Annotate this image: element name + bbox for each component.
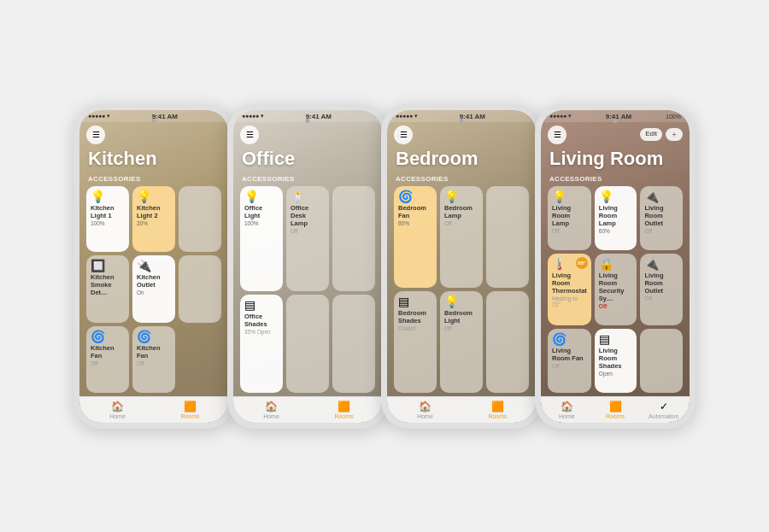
tile-icon: 🔌 xyxy=(644,190,678,202)
tab-icon: ✓ xyxy=(660,400,668,412)
tile-icon: 💡 xyxy=(444,190,478,202)
accessory-tile xyxy=(332,186,375,291)
home-button[interactable] xyxy=(142,426,166,429)
tab-home[interactable]: 🏠 Home xyxy=(235,400,308,419)
accessory-tile[interactable]: 🌀 Kitchen Fan Off xyxy=(86,326,129,393)
tab-label: Rooms xyxy=(334,413,353,419)
edit-button[interactable]: Edit xyxy=(640,128,662,141)
accessory-tile[interactable]: 🔒 Living Room Security Sy… Off xyxy=(595,254,637,325)
tile-name: Bedroom Fan xyxy=(398,204,432,219)
tile-name: Kitchen Outlet xyxy=(137,273,171,289)
tile-status: 35% Open xyxy=(244,329,279,335)
accessory-tile[interactable]: 🔲 Kitchen Smoke Det… xyxy=(86,255,129,323)
accessory-tile[interactable]: 🌀 Living Room Fan Off xyxy=(548,329,591,393)
status-battery: 100% xyxy=(666,114,681,120)
tile-name: Bedroom Lamp xyxy=(444,204,478,219)
tile-status: Off xyxy=(444,220,478,226)
phones-container: ●●●●● ▾ 9:41 AM ☰ KitchenAccessories 💡 K… xyxy=(60,96,709,437)
tab-rooms[interactable]: 🟧 Rooms xyxy=(461,400,534,419)
tile-icon: 🔌 xyxy=(644,258,678,270)
accessory-tile[interactable]: 💡 Kitchen Light 1 100% xyxy=(86,186,129,253)
accessories-grid: 🌀 Bedroom Fan 60% 💡 Bedroom Lamp Off ▤ B… xyxy=(387,184,536,396)
room-nav: ☰ xyxy=(79,122,228,146)
accessory-tile[interactable]: 🌀 Bedroom Fan 60% xyxy=(394,186,437,288)
home-button[interactable] xyxy=(449,426,473,429)
menu-icon[interactable]: ☰ xyxy=(548,126,566,144)
accessories-grid: 💡 Living Room Lamp Off 💡 Living Room Lam… xyxy=(541,184,690,396)
accessory-tile[interactable]: 💡 Bedroom Light Off xyxy=(440,291,483,393)
room-nav: ☰ xyxy=(233,122,382,146)
status-signal: ●●●●● ▾ xyxy=(396,113,418,120)
tile-icon: 🔒 xyxy=(599,258,633,270)
menu-icon[interactable]: ☰ xyxy=(240,126,259,144)
accessory-tile[interactable]: 💡 Living Room Lamp 60% xyxy=(595,186,637,250)
tab-automation[interactable]: ✓ Automation xyxy=(639,400,688,419)
room-nav: ☰ xyxy=(387,122,536,146)
accessory-tile[interactable]: 🔌 Kitchen Outlet On xyxy=(132,255,175,323)
accessory-tile[interactable]: 68° 🌡️ Living Room Thermostat Heating to… xyxy=(548,254,591,325)
tab-home[interactable]: 🏠 Home xyxy=(81,400,154,419)
tile-status: Off xyxy=(644,295,678,301)
tile-icon: 💡 xyxy=(91,190,125,202)
tile-status: Off xyxy=(552,363,587,369)
tile-status: Off xyxy=(291,228,325,234)
accessories-label: Accessories xyxy=(79,173,228,184)
accessory-tile[interactable]: 🕯️ Office Desk Lamp Off xyxy=(286,186,329,291)
tile-name: Living Room Shades xyxy=(599,347,633,370)
tab-label: Home xyxy=(417,413,433,419)
accessories-grid: 💡 Office Light 100% 🕯️ Office Desk Lamp … xyxy=(233,184,382,396)
tile-name: Living Room Lamp xyxy=(599,204,633,227)
tile-name: Bedroom Light xyxy=(444,309,478,324)
tile-name: Living Room Lamp xyxy=(552,204,587,227)
accessory-tile[interactable]: 🔌 Living Room Outlet Off xyxy=(640,186,683,250)
home-button-area xyxy=(233,423,382,429)
tile-name: Kitchen Smoke Det… xyxy=(91,273,125,296)
tile-name: Living Room Security Sy… xyxy=(599,272,633,302)
tab-rooms[interactable]: 🟧 Rooms xyxy=(591,400,640,419)
accessory-tile[interactable]: 🌀 Kitchen Fan Off xyxy=(132,326,175,393)
accessory-tile[interactable]: ▤ Bedroom Shades Closed xyxy=(394,291,437,393)
tile-icon: 🌀 xyxy=(91,330,125,342)
tile-status: On xyxy=(137,289,171,295)
home-button[interactable] xyxy=(603,426,627,429)
tab-bar: 🏠 Home 🟧 Rooms xyxy=(387,396,536,423)
thermo-badge: 68° xyxy=(576,257,588,269)
tile-name: Living Room Fan xyxy=(552,347,587,362)
tab-icon: 🟧 xyxy=(338,400,350,412)
tab-bar: 🏠 Home 🟧 Rooms xyxy=(233,396,382,423)
tile-status: Off xyxy=(137,360,171,366)
tab-label: Rooms xyxy=(606,413,625,419)
tile-status: Off xyxy=(599,303,633,309)
tab-label: Rooms xyxy=(180,413,199,419)
tab-home[interactable]: 🏠 Home xyxy=(543,400,591,419)
accessory-tile[interactable]: 💡 Office Light 100% xyxy=(240,186,283,291)
tile-icon: 🔲 xyxy=(91,260,125,272)
accessory-tile[interactable]: ▤ Living Room Shades Open xyxy=(595,329,637,393)
accessory-tile[interactable]: 🔌 Living Room Outlet Off xyxy=(640,254,683,325)
tile-name: Kitchen Light 1 xyxy=(91,204,125,219)
accessory-tile[interactable]: ▤ Office Shades 35% Open xyxy=(240,295,283,393)
tab-home[interactable]: 🏠 Home xyxy=(389,400,461,419)
room-title: Kitchen xyxy=(79,146,228,173)
accessory-tile xyxy=(486,291,529,393)
tile-icon: 🔌 xyxy=(137,260,171,272)
tile-icon: 🌀 xyxy=(137,330,171,342)
menu-icon[interactable]: ☰ xyxy=(86,126,105,144)
camera-dot xyxy=(613,119,618,123)
accessory-tile[interactable]: 💡 Kitchen Light 2 20% xyxy=(132,186,175,253)
tab-rooms[interactable]: 🟧 Rooms xyxy=(154,400,226,419)
tile-status: Off xyxy=(91,360,125,366)
tab-label: Rooms xyxy=(488,413,507,419)
camera-dot xyxy=(460,119,464,123)
accessory-tile[interactable]: 💡 Living Room Lamp Off xyxy=(548,186,591,250)
tab-rooms[interactable]: 🟧 Rooms xyxy=(308,400,380,419)
room-title: Living Room xyxy=(541,146,690,173)
accessory-tile xyxy=(332,295,375,393)
tab-icon: 🟧 xyxy=(491,400,504,412)
phone-bedroom: ●●●●● ▾ 9:41 AM ☰ BedroomAccessories 🌀 B… xyxy=(384,104,538,429)
accessory-tile[interactable]: 💡 Bedroom Lamp Off xyxy=(440,186,483,288)
add-button[interactable]: ＋ xyxy=(666,128,683,141)
menu-icon[interactable]: ☰ xyxy=(394,126,413,144)
home-button[interactable] xyxy=(296,426,320,429)
tile-status: 20% xyxy=(137,220,171,226)
